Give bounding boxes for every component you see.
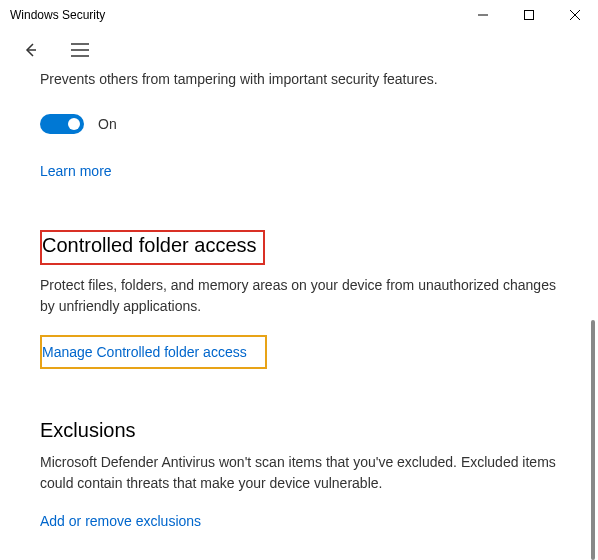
exclusions-title: Exclusions (40, 419, 136, 442)
close-button[interactable] (552, 0, 598, 30)
controlled-folder-title: Controlled folder access (42, 234, 257, 257)
scrollbar-thumb[interactable] (591, 320, 595, 560)
add-remove-exclusions-link[interactable]: Add or remove exclusions (40, 513, 201, 529)
learn-more-link[interactable]: Learn more (40, 163, 112, 179)
titlebar: Windows Security (0, 0, 598, 30)
highlight-yellow-box: Manage Controlled folder access (40, 335, 267, 369)
back-button[interactable] (12, 32, 48, 68)
scrollbar[interactable] (583, 40, 597, 560)
exclusions-description: Microsoft Defender Antivirus won't scan … (40, 452, 570, 494)
toggle-knob-icon (68, 118, 80, 130)
svg-rect-1 (525, 11, 534, 20)
tamper-toggle[interactable] (40, 114, 84, 134)
exclusions-section: Exclusions Microsoft Defender Antivirus … (40, 419, 578, 530)
tamper-toggle-row: On (40, 114, 578, 134)
tamper-description: Prevents others from tampering with impo… (40, 70, 578, 90)
window-controls (460, 0, 598, 30)
content-area: Prevents others from tampering with impo… (0, 70, 598, 530)
controlled-folder-description: Protect files, folders, and memory areas… (40, 275, 570, 317)
highlight-red-box: Controlled folder access (40, 230, 265, 265)
maximize-button[interactable] (506, 0, 552, 30)
nav-row (0, 30, 598, 70)
manage-controlled-folder-link[interactable]: Manage Controlled folder access (42, 344, 247, 360)
minimize-button[interactable] (460, 0, 506, 30)
window-title: Windows Security (10, 8, 105, 22)
controlled-folder-section: Controlled folder access Protect files, … (40, 230, 578, 369)
menu-button[interactable] (62, 32, 98, 68)
tamper-toggle-label: On (98, 116, 117, 132)
